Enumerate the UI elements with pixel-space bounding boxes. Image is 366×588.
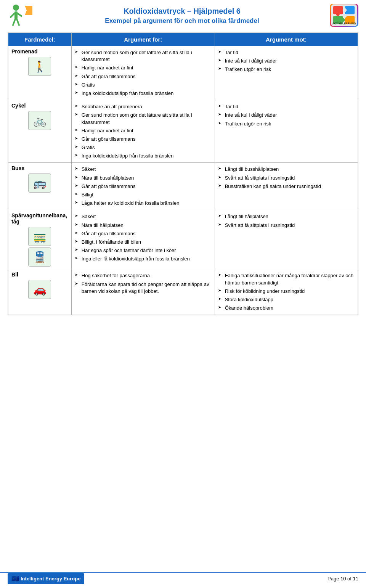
for-arguments-list: SäkertNära till hållplatsenGår att göra … (75, 212, 212, 263)
for-arguments-list: Snabbare än att promeneraGer sund motion… (75, 103, 212, 160)
transport-icon: 🚌 (28, 174, 51, 193)
list-item: Busstrafiken kan gå sakta under rusnings… (218, 182, 355, 191)
for-arguments-list: Hög säkerhet för passagerarnaFöräldrarna… (75, 272, 212, 296)
transport-cell: Buss🚌 (8, 163, 71, 210)
main-table: Färdmedel: Argument för: Argument mot: P… (8, 32, 358, 315)
list-item: Ger sund motion som gör det lättare att … (75, 48, 212, 64)
list-item: Inga eller få koldioxidutsläpp från foss… (75, 255, 212, 263)
svg-point-9 (336, 12, 340, 16)
against-arguments-list: Långt till hållplatsenSvårt att få sittp… (218, 212, 355, 229)
list-item: Långt till hållplatsen (218, 212, 355, 221)
page-wrapper: Koldioxidavtryck – Hjälpmedel 6 Exempel … (0, 0, 366, 338)
list-item: Inga koldioxidutsläpp från fossila bräns… (75, 89, 212, 98)
table-row: Buss🚌SäkertNära till busshållplatsenGår … (8, 163, 358, 210)
header-area: Koldioxidavtryck – Hjälpmedel 6 Exempel … (8, 4, 358, 30)
transport-label: Cykel (11, 103, 68, 109)
transport-label: Buss (11, 165, 68, 171)
list-item: Härligt när vädret är fint (75, 64, 212, 72)
list-item: Har egna spår och fastnar därför inte i … (75, 246, 212, 255)
title-main: Koldioxidavtryck – Hjälpmedel 6 (38, 7, 326, 16)
for-arguments-cell: SäkertNära till hållplatsenGår att göra … (71, 210, 215, 269)
list-item: Trafiken utgör en risk (218, 120, 355, 128)
list-item: Nära till hållplatsen (75, 221, 212, 230)
svg-point-13 (341, 18, 345, 22)
svg-point-0 (13, 5, 19, 11)
for-arguments-list: Ger sund motion som gör det lättare att … (75, 48, 212, 98)
table-row: Spårvagn/tunnelbana, tåg🚃🚆SäkertNära til… (8, 210, 358, 269)
transport-icon: 🚶 (28, 57, 51, 76)
col-header-for: Argument för: (71, 33, 215, 46)
against-arguments-list: Tar tidInte så kul i dåligt väderTrafike… (218, 48, 355, 74)
list-item: Inte så kul i dåligt väder (218, 57, 355, 65)
svg-point-11 (343, 8, 347, 12)
svg-line-4 (13, 19, 15, 25)
list-item: Inga koldioxidutsläpp från fossila bräns… (75, 152, 212, 160)
list-item: Billigt (75, 191, 212, 199)
list-item: Snabbare än att promenera (75, 103, 212, 111)
list-item: Hög säkerhet för passagerarna (75, 272, 212, 280)
table-row: Bil🚗Hög säkerhet för passagerarnaFöräldr… (8, 269, 358, 315)
list-item: Inte så kul i dåligt väder (218, 111, 355, 119)
svg-point-15 (343, 14, 347, 18)
against-arguments-cell: Långt till busshållplatsenSvårt att få s… (215, 163, 358, 210)
table-row: Promenad🚶Ger sund motion som gör det lät… (8, 46, 358, 100)
svg-rect-1 (14, 11, 18, 19)
for-arguments-cell: Hög säkerhet för passagerarnaFöräldrarna… (71, 269, 215, 315)
against-arguments-list: Långt till busshållplatsenSvårt att få s… (218, 165, 355, 191)
transport-cell: Spårvagn/tunnelbana, tåg🚃🚆 (8, 210, 71, 269)
transport-icon: 🚗 (28, 280, 51, 299)
transport-icon: 🚃 (28, 227, 51, 246)
list-item: Svårt att få sittplats i rusningstid (218, 174, 355, 182)
title-sub: Exempel på argument för och mot olika fä… (38, 17, 326, 25)
transport-cell: Promenad🚶 (8, 46, 71, 100)
list-item: Gratis (75, 143, 212, 152)
list-item: Svårt att få sittplats i rusningstid (218, 221, 355, 230)
col-header-transport: Färdmedel: (8, 33, 71, 46)
list-item: Långt till busshållplatsen (218, 165, 355, 174)
list-item: Går att göra tillsammans (75, 182, 212, 191)
transport-icon-2: 🚆 (28, 247, 51, 267)
active-learning-badge: ACTIVE LEARNING (330, 4, 358, 27)
list-item: Föräldrarna kan spara tid och pengar gen… (75, 280, 212, 296)
against-arguments-cell: Långt till hållplatsenSvårt att få sittp… (215, 210, 358, 269)
list-item: Går att göra tillsammans (75, 135, 212, 143)
against-arguments-list: Farliga trafiksituationer när många förä… (218, 272, 355, 312)
footer-logo: 🇪🇺 Intelligent Energy Europe (8, 573, 84, 584)
table-row: Cykel🚲Snabbare än att promeneraGer sund … (8, 100, 358, 163)
transport-images: 🚗 (11, 280, 68, 299)
for-arguments-cell: Snabbare än att promeneraGer sund motion… (71, 100, 215, 163)
against-arguments-cell: Tar tidInte så kul i dåligt väderTrafike… (215, 46, 358, 100)
against-arguments-cell: Farliga trafiksituationer när många förä… (215, 269, 358, 315)
list-item: Billigt, i förhållande till bilen (75, 238, 212, 246)
transport-images: 🚌 (11, 174, 68, 193)
against-arguments-cell: Tar tidInte så kul i dåligt väderTrafike… (215, 100, 358, 163)
list-item: Tar tid (218, 103, 355, 111)
transport-cell: Bil🚗 (8, 269, 71, 315)
list-item: Säkert (75, 212, 212, 221)
svg-marker-6 (25, 6, 32, 15)
list-item: Går att göra tillsammans (75, 230, 212, 238)
list-item: Tar tid (218, 48, 355, 57)
transport-label: Spårvagn/tunnelbana, tåg (11, 212, 68, 225)
list-item: Trafiken utgör en risk (218, 65, 355, 74)
header-titles: Koldioxidavtryck – Hjälpmedel 6 Exempel … (34, 4, 330, 25)
against-arguments-list: Tar tidInte så kul i dåligt väderTrafike… (218, 103, 355, 128)
footer-logo-text: Intelligent Energy Europe (21, 576, 80, 582)
list-item: Risk för köbildning under rusningstid (218, 287, 355, 296)
person-icon (8, 4, 34, 29)
list-item: Ger sund motion som gör det lättare att … (75, 111, 212, 126)
svg-text:ACTIVE LEARNING: ACTIVE LEARNING (332, 22, 356, 25)
eu-flag-icon: 🇪🇺 (11, 575, 19, 582)
for-arguments-list: SäkertNära till busshållplatsenGår att g… (75, 165, 212, 207)
transport-images: 🚶 (11, 57, 68, 76)
list-item: Gratis (75, 81, 212, 89)
svg-line-3 (18, 13, 21, 16)
list-item: Stora koldioxidutsläpp (218, 296, 355, 304)
transport-cell: Cykel🚲 (8, 100, 71, 163)
list-item: Ökande hälsoproblem (218, 304, 355, 312)
list-item: Går att göra tillsammans (75, 72, 212, 81)
table-header-row: Färdmedel: Argument för: Argument mot: (8, 33, 358, 46)
col-header-against: Argument mot: (215, 33, 358, 46)
transport-images: 🚃🚆 (11, 227, 68, 267)
list-item: Härligt när vädret är fint (75, 127, 212, 135)
